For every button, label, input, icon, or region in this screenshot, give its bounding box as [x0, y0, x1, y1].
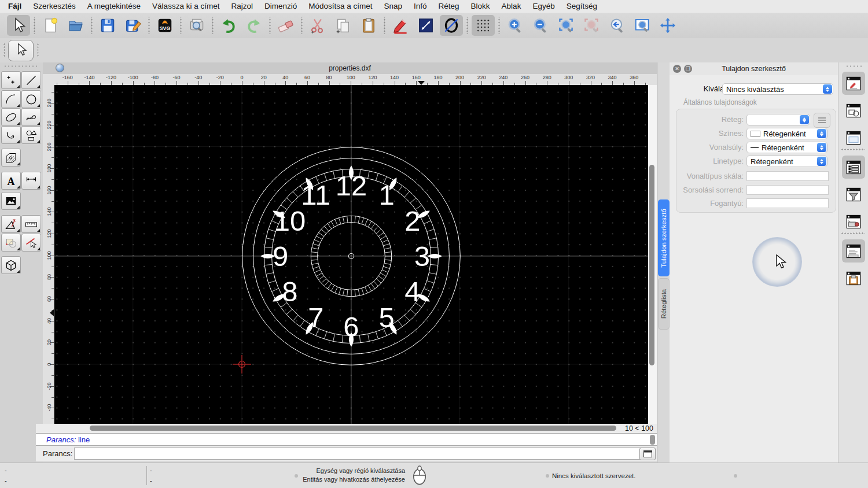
eraser-icon [277, 17, 295, 34]
cut-button[interactable] [306, 15, 329, 36]
menu-dimenzi-[interactable]: Dimenzió [259, 0, 303, 13]
history-scrollbar-thumb[interactable] [650, 435, 655, 445]
shapes-icon [24, 128, 38, 142]
menu-r-teg[interactable]: Réteg [433, 0, 465, 13]
line-tool-button[interactable] [414, 15, 437, 36]
horizontal-scrollbar[interactable]: 10 < 100 [36, 424, 657, 433]
toolbar-separator [180, 17, 182, 34]
dock-command-history-button[interactable] [842, 239, 865, 263]
stepper-icon [817, 129, 826, 138]
menu-seg-ts-g[interactable]: Segítség [561, 0, 603, 13]
layer-combo[interactable] [746, 114, 810, 125]
svg-export-button[interactable]: SVG [153, 15, 176, 36]
menu-rajzol[interactable]: Rajzol [225, 0, 259, 13]
menu-szerkeszt-s[interactable]: Szerkesztés [27, 0, 82, 13]
zoom-previous-button[interactable] [605, 15, 628, 36]
shapes-tool-button[interactable] [21, 126, 41, 144]
save-button[interactable] [96, 15, 119, 36]
text-tool-button[interactable]: A [1, 172, 21, 190]
zoom-window-button[interactable] [631, 15, 654, 36]
draw-order-input[interactable] [746, 185, 829, 195]
linetype-value: Rétegenként [751, 157, 793, 166]
menu-blokk[interactable]: Blokk [465, 0, 496, 13]
draw-pencil-button[interactable] [389, 15, 412, 36]
measure-tool-button[interactable] [21, 215, 41, 233]
linetype-scale-input[interactable] [746, 171, 829, 181]
spline-tool-button[interactable] [21, 108, 41, 126]
arc-tool-button[interactable] [1, 90, 21, 108]
menu-egy-b[interactable]: Egyéb [527, 0, 560, 13]
snap-edit-tool-button[interactable] [21, 234, 41, 252]
line-icon [24, 73, 38, 87]
save-as-icon [124, 17, 142, 34]
print-preview-button[interactable] [185, 15, 208, 36]
polyline-tool-button[interactable] [1, 126, 21, 144]
pan-button[interactable] [656, 15, 679, 36]
menu-m-dos-tsa-a-c-met[interactable]: Módosítsa a címet [303, 0, 378, 13]
solid-tool-button[interactable] [1, 256, 21, 274]
dock-clipboard-button[interactable] [842, 267, 865, 290]
vertical-scrollbar-thumb[interactable] [649, 165, 654, 365]
menu-ablak[interactable]: Ablak [496, 0, 527, 13]
measure-icon [24, 217, 38, 231]
zoom-auto-button[interactable] [554, 15, 578, 36]
menu-a-megtekint-se[interactable]: A megtekintése [82, 0, 146, 13]
drawing-canvas[interactable]: 123456789101112 [54, 85, 648, 424]
menu-inf-[interactable]: Infó [408, 0, 433, 13]
save-as-button[interactable] [122, 15, 145, 36]
toolbar-handle[interactable] [37, 43, 39, 58]
dock-block-list-button[interactable] [842, 99, 865, 122]
handle-input[interactable] [746, 198, 829, 208]
image-tool-button[interactable] [1, 192, 21, 210]
new-file-button[interactable] [39, 15, 62, 36]
side-tab-tulajdon-szerkeszt-[interactable]: Tulajdon szerkesztő [658, 199, 670, 276]
dock-handle[interactable] [845, 65, 862, 67]
dock-selection-filter-button[interactable] [842, 183, 865, 206]
dock-separator [841, 232, 865, 234]
ellipse-tool-button[interactable] [1, 108, 21, 126]
ruler-tick [329, 81, 330, 85]
ellipse-tool-button[interactable] [440, 15, 463, 36]
selection-tool-button[interactable] [7, 15, 30, 36]
open-file-button[interactable] [64, 15, 87, 36]
zoom-in-button[interactable] [503, 15, 527, 36]
zoom-out-button[interactable] [529, 15, 552, 36]
zoom-selection-button[interactable] [580, 15, 603, 36]
dock-property-editor-button[interactable] [842, 72, 865, 95]
menu-f-jl[interactable]: Fájl [0, 0, 27, 13]
side-tab-r-teglista[interactable]: Réteglista [658, 278, 670, 330]
layer-menu-button[interactable] [814, 113, 830, 128]
grid-toggle-button[interactable] [472, 15, 495, 36]
dock-layer-list-button[interactable] [842, 156, 865, 179]
erase-button[interactable] [274, 15, 297, 36]
vertical-scrollbar[interactable] [648, 85, 657, 424]
palette-handle[interactable] [3, 65, 38, 67]
menu-v-lassza-ki-a-c-met[interactable]: Válassza ki a címet [146, 0, 225, 13]
line-tool-button[interactable] [21, 71, 41, 89]
paste-button[interactable] [357, 15, 380, 36]
command-window-button[interactable] [639, 448, 656, 460]
hatch-tool-button[interactable] [1, 149, 21, 167]
toolbar-handle[interactable] [3, 43, 5, 58]
current-tool-button[interactable] [8, 40, 34, 61]
circle-tool-button[interactable] [21, 90, 41, 108]
undo-button[interactable] [217, 15, 240, 36]
redo-button[interactable] [242, 15, 266, 36]
ruler-label: 320 [586, 75, 595, 80]
linetype-combo[interactable]: Rétegenként [746, 156, 827, 167]
dimension-tool-button[interactable] [21, 172, 41, 190]
lineweight-combo[interactable]: Rétegenként [746, 142, 827, 153]
horizontal-scrollbar-thumb[interactable] [90, 426, 616, 431]
modify-tool-button[interactable] [1, 234, 21, 252]
points-tool-button[interactable] [1, 71, 21, 89]
drafting-tool-button[interactable] [1, 215, 21, 233]
command-input[interactable] [74, 448, 644, 460]
ruler-tick [525, 81, 526, 85]
dock-reference-views-button[interactable] [842, 210, 865, 233]
menu-snap[interactable]: Snap [378, 0, 409, 13]
color-combo[interactable]: Rétegenként [746, 128, 827, 139]
copy-button[interactable] [332, 15, 355, 36]
dock-view-list-button[interactable] [842, 126, 865, 149]
selection-combo[interactable]: Nincs kiválasztás [722, 83, 833, 95]
flyout-corner [17, 122, 20, 125]
